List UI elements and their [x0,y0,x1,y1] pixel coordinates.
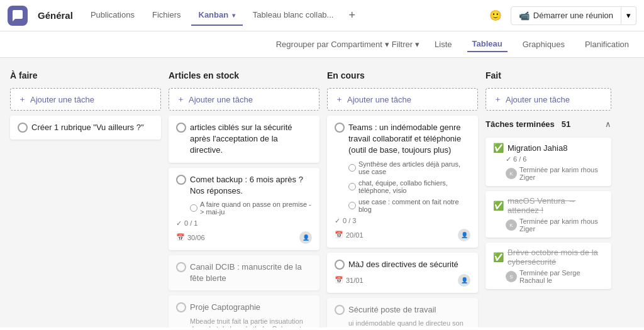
assign-icon: 👤 [299,231,312,244]
task-title-row: Proje Captographie [176,302,312,313]
task-date: 📅 31/01 [335,276,364,284]
task-date: 📅 30/06 [176,233,205,241]
sub-toolbar: Regrouper par Compartiment ▾ Filtrer ▾ L… [0,31,644,58]
tab-kanban[interactable]: Kanban ▾ [191,5,243,26]
task-title-row: articles ciblés sur la sécurité après l'… [176,122,312,157]
task-card[interactable]: Créer 1 rubrique "Vu ailleurs ?" [10,116,161,140]
task-title-row: Teams : un indémodable genre travail col… [335,122,470,157]
sub-circle [348,183,356,190]
done-check-icon: ✅ [493,201,504,211]
done-item-sub: ✓ 6 / 6 [506,155,604,163]
task-card[interactable]: Proje Captographie Mbeade tnuit fait la … [169,295,319,327]
done-item[interactable]: ✅ Migration Jahia8 ✓ 6 / 6 K Terminée pa… [486,138,611,186]
sub-circle [348,164,356,172]
start-meeting-wrap: 📹 Démarrer une réunion ▾ [511,6,636,25]
done-section-header: Tâches terminées 51 ∧ [486,116,611,133]
tab-planification[interactable]: Planification [580,37,634,52]
task-card[interactable]: Sécurité poste de travail ui indémodable… [327,298,478,327]
column-en-cours: En cours ＋ Ajouter une tâche Teams : un … [327,68,478,327]
start-meeting-button[interactable]: 📹 Démarrer une réunion [511,6,621,25]
emoji-button[interactable]: 🙂 [486,6,506,26]
task-title-row: Comet backup : 6 mois après ? Nos répons… [176,174,312,197]
kanban-chevron-icon: ▾ [232,12,235,19]
task-sub: Synthèse des articles déjà parus, use ca… [348,160,470,175]
tab-liste[interactable]: Liste [430,37,457,52]
task-title-row: Créer 1 rubrique "Vu ailleurs ?" [18,122,153,133]
group-filter-area: Regrouper par Compartiment ▾ Filtrer ▾ [276,40,419,49]
task-title-row: MàJ des directives de sécurité [335,259,470,270]
task-sub: A faire quand on passe on premise -> mai… [190,201,312,216]
done-item[interactable]: ✅ Brève octobre mois de la cybersécurité… [486,243,611,289]
task-circle [176,175,186,185]
done-item-title: ✅ Migration Jahia8 [493,143,604,153]
task-title: Comet backup : 6 mois après ? Nos répons… [190,174,312,197]
assign-icon: 👤 [458,274,470,287]
task-card[interactable]: Teams : un indémodable genre travail col… [327,116,478,248]
task-circle [176,262,186,272]
task-card[interactable]: MàJ des directives de sécurité 📅 31/01 👤 [327,253,478,293]
done-item-assignee: K Terminée par karim rhous Ziger [506,217,604,233]
sub-circle [348,202,356,209]
add-task-articles[interactable]: ＋ Ajouter une tâche [169,88,319,111]
column-header-articles: Articles en stock [169,68,319,83]
video-icon: 📹 [519,11,530,21]
column-articles-en-stock: Articles en stock ＋ Ajouter une tâche ar… [169,68,319,327]
done-item-title: ✅ Brève octobre mois de la cybersécurité [493,248,604,267]
calendar-icon: 📅 [176,233,185,241]
task-title-row: Canail DCIB : manuscrite de la fête bler… [176,261,312,284]
group-by-button[interactable]: Regrouper par Compartiment ▾ [276,40,389,49]
assign-icon: 👤 [458,229,470,241]
meeting-chevron-button[interactable]: ▾ [621,6,636,25]
task-circle [176,302,186,312]
task-title: MàJ des directives de sécurité [348,259,458,270]
done-item-assignee: S Terminée par Serge Rachaul le [506,269,604,284]
tab-tableau[interactable]: Tableau [467,36,508,52]
plus-icon: ＋ [18,94,26,105]
top-bar: Général Publications Fichiers Kanban ▾ T… [0,0,644,31]
task-sub: Mbeade tnuit fait la partie insuatution … [190,317,312,328]
task-card[interactable]: articles ciblés sur la sécurité après l'… [169,116,319,163]
column-header-en-cours: En cours [327,68,478,83]
filter-chevron-icon: ▾ [415,40,419,49]
task-sub: use case : comment on fait notre blog [348,198,470,213]
task-progress: ✓ 0 / 1 [176,219,312,228]
task-progress: ✓ 0 / 3 [335,217,470,225]
sub-circle [190,204,197,212]
avatar: S [506,271,517,282]
add-task-en-cours[interactable]: ＋ Ajouter une tâche [327,88,478,111]
task-circle [335,260,345,270]
tab-tableau-blanc[interactable]: Tableau blanc collab... [245,5,341,26]
view-tabs: Liste Tableau Graphiques Planification [430,36,634,52]
task-title: articles ciblés sur la sécurité après l'… [190,122,312,157]
task-circle [176,123,186,133]
done-header-label: Tâches terminées 51 [486,119,570,129]
tab-fichiers[interactable]: Fichiers [145,5,189,26]
plus-icon: ＋ [177,94,185,105]
task-circle [335,123,345,133]
done-item-assignee: K Terminée par karim rhous Ziger [506,166,604,181]
tab-graphiques[interactable]: Graphiques [518,37,570,52]
done-item-title: ✅ macOS Ventura → attendez ! [493,196,604,215]
task-title: Créer 1 rubrique "Vu ailleurs ?" [31,122,144,133]
add-task-a-faire[interactable]: ＋ Ajouter une tâche [10,88,161,111]
task-title: Canail DCIB : manuscrite de la fête bler… [190,261,312,284]
plus-icon: ＋ [494,94,502,105]
add-task-fait[interactable]: ＋ Ajouter une tâche [486,88,611,111]
add-tab-button[interactable]: + [343,6,360,25]
app-icon [8,6,28,26]
collapse-icon[interactable]: ∧ [605,119,611,129]
task-title-row: Sécurité poste de travail [335,304,470,316]
task-card[interactable]: Canail DCIB : manuscrite de la fête bler… [169,255,319,290]
tab-publications[interactable]: Publications [83,5,142,26]
task-card[interactable]: Comet backup : 6 mois après ? Nos répons… [169,168,319,250]
done-item[interactable]: ✅ macOS Ventura → attendez ! K Terminée … [486,191,611,238]
plus-icon: ＋ [335,94,343,105]
task-title: Sécurité poste de travail [348,304,436,316]
avatar: K [506,168,517,179]
task-meta: 📅 30/06 👤 [176,231,312,244]
column-fait: Fait ＋ Ajouter une tâche Tâches terminée… [486,68,611,289]
check-icon: ✓ [176,219,182,228]
done-check-icon: ✅ [493,252,504,262]
filter-button[interactable]: Filtrer ▾ [392,40,419,49]
calendar-icon: 📅 [335,231,343,239]
